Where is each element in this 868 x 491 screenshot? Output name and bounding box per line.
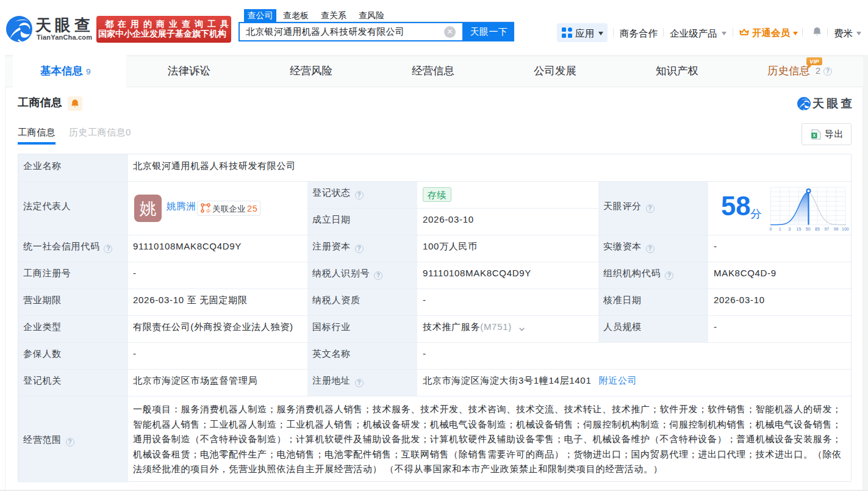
svg-text:97: 97: [824, 227, 829, 231]
svg-text:85: 85: [815, 227, 820, 231]
svg-text:15: 15: [797, 227, 802, 231]
svg-text:企: 企: [206, 208, 210, 213]
svg-text:99: 99: [834, 227, 839, 231]
svg-text:1: 1: [779, 227, 781, 231]
svg-text:0: 0: [770, 227, 772, 231]
svg-text:3: 3: [788, 227, 791, 231]
svg-text:50: 50: [806, 227, 811, 231]
svg-text:100: 100: [842, 227, 849, 231]
